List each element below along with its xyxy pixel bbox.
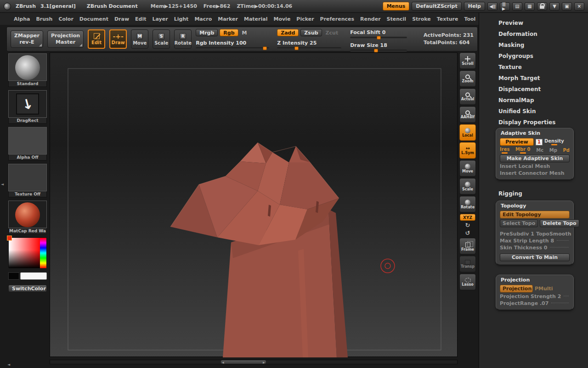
rgb-intensity-slider[interactable]: Rgb Intensity 100 bbox=[196, 38, 269, 49]
palette-section-unified-skin[interactable]: Unified Skin bbox=[498, 106, 586, 117]
menu-stroke[interactable]: Stroke bbox=[412, 16, 431, 22]
z-intensity-thumb[interactable] bbox=[294, 46, 299, 50]
xyz-constraint-button[interactable]: XYZ bbox=[460, 214, 475, 221]
rotate-ccw-icon[interactable]: ↺ bbox=[465, 230, 470, 236]
move-mode-button[interactable]: M Move bbox=[131, 29, 148, 49]
palette-section-preview[interactable]: Preview bbox=[498, 17, 586, 29]
menu-tool[interactable]: Tool bbox=[464, 16, 475, 22]
lasso-button[interactable]: Lasso bbox=[459, 274, 476, 290]
menu-texture[interactable]: Texture bbox=[437, 16, 458, 22]
zoom-tool-button[interactable]: Zoom bbox=[459, 70, 476, 87]
spin-right-control[interactable]: |||▶ bbox=[500, 2, 510, 11]
zcut-button[interactable]: Zcut bbox=[324, 30, 340, 36]
switch-color-button[interactable]: SwitchColor bbox=[8, 285, 47, 292]
palette-section-displacement[interactable]: Displacement bbox=[498, 84, 586, 95]
palette-section-texture[interactable]: Texture bbox=[498, 62, 586, 73]
secondary-color-swatch[interactable] bbox=[8, 272, 19, 280]
draw-mode-button[interactable]: -+- Draw bbox=[109, 29, 127, 49]
rotate-gyro-button[interactable]: Rotate bbox=[459, 196, 476, 213]
actual-size-button[interactable]: Actual bbox=[459, 88, 476, 105]
lock-button[interactable] bbox=[537, 2, 547, 11]
lsym-button[interactable]: ↔ L.Sym bbox=[459, 142, 476, 159]
zsub-button[interactable]: Zsub bbox=[300, 29, 322, 36]
ires-slider[interactable]: Ires bbox=[500, 147, 509, 154]
scroll-right-icon[interactable]: ▶ bbox=[263, 361, 265, 364]
menu-render[interactable]: Render bbox=[360, 16, 381, 22]
move-gyro-button[interactable]: Move bbox=[459, 160, 476, 177]
brush-selector[interactable]: Standard bbox=[8, 53, 47, 87]
scroll-tool-button[interactable]: Scroll bbox=[459, 52, 476, 69]
color-picker[interactable] bbox=[8, 237, 47, 268]
document-canvas[interactable] bbox=[50, 52, 458, 357]
mbr-slider-thumb[interactable] bbox=[520, 152, 526, 154]
menu-draw[interactable]: Draw bbox=[114, 16, 129, 22]
select-topo-button[interactable]: Select Topo bbox=[500, 219, 538, 227]
pmulti-toggle[interactable]: PMulti bbox=[535, 286, 553, 292]
density-slider-thumb[interactable] bbox=[551, 144, 557, 145]
palette-section-display-properties[interactable]: Display Properties bbox=[498, 117, 586, 128]
scroll-left-icon[interactable]: ◀ bbox=[222, 361, 224, 364]
insert-local-mesh-button[interactable]: Insert Local Mesh bbox=[500, 163, 550, 169]
skin-thickness-slider[interactable]: Skin Thickness 0 bbox=[500, 245, 547, 251]
focal-shift-slider[interactable]: Focal Shift 0 bbox=[350, 27, 407, 39]
m-button[interactable]: M bbox=[240, 30, 249, 36]
bottom-tray-handle-icon[interactable]: ◄ bbox=[7, 362, 10, 367]
draw-size-slider[interactable]: Draw Size 18 bbox=[350, 40, 407, 52]
main-color-swatch[interactable] bbox=[20, 272, 47, 280]
projection-master-button[interactable]: Projection Master bbox=[47, 30, 84, 48]
draw-size-thumb[interactable] bbox=[374, 49, 378, 52]
layout-b-button[interactable]: ▦ bbox=[525, 2, 535, 11]
stroke-selector[interactable]: ↓ DragRect bbox=[8, 90, 47, 124]
mrgb-button[interactable]: Mrgb bbox=[196, 29, 218, 36]
menu-edit[interactable]: Edit bbox=[135, 16, 146, 22]
transp-button[interactable]: Transp bbox=[459, 256, 476, 272]
density-slider[interactable]: Density bbox=[544, 138, 564, 145]
mc-toggle[interactable]: Mc bbox=[536, 148, 543, 153]
focal-shift-thumb[interactable] bbox=[377, 36, 381, 40]
spin-left-control[interactable]: ◀||| bbox=[487, 2, 498, 11]
rotate-cw-icon[interactable]: ↻ bbox=[465, 222, 470, 229]
aahalf-button[interactable]: AAHalf bbox=[459, 106, 476, 123]
delete-topo-button[interactable]: Delete Topo bbox=[540, 219, 579, 227]
frame-button[interactable]: Frame bbox=[459, 238, 476, 254]
menu-layer[interactable]: Layer bbox=[152, 16, 168, 22]
rotate-mode-button[interactable]: R Rotate bbox=[174, 29, 192, 49]
edit-mode-button[interactable]: Edit bbox=[88, 29, 105, 49]
rgb-button[interactable]: Rgb bbox=[220, 29, 238, 36]
menu-movie[interactable]: Movie bbox=[273, 16, 290, 22]
menu-color[interactable]: Color bbox=[58, 16, 73, 22]
max-strip-length-slider[interactable]: Max Strip Length 8 bbox=[500, 238, 554, 244]
alpha-selector[interactable]: Alpha Off bbox=[8, 127, 47, 161]
projection-strength-slider[interactable]: Projection Strength 2 bbox=[500, 293, 561, 299]
edit-topology-button[interactable]: Edit Topology bbox=[500, 211, 570, 218]
canvas-hscrollbar[interactable]: ◀ ▶ bbox=[50, 360, 458, 364]
saturation-value-area[interactable] bbox=[9, 238, 41, 268]
ires-slider-thumb[interactable] bbox=[502, 152, 508, 154]
scale-mode-button[interactable]: S Scale bbox=[153, 29, 170, 49]
scale-gyro-button[interactable]: Scale bbox=[459, 178, 476, 195]
rigging-section[interactable]: Rigging bbox=[498, 190, 522, 197]
palette-section-polygroups[interactable]: Polygroups bbox=[498, 51, 586, 62]
menu-preferences[interactable]: Preferences bbox=[320, 16, 354, 22]
projection-toggle-button[interactable]: Projection bbox=[500, 285, 533, 293]
zadd-button[interactable]: Zadd bbox=[277, 29, 299, 36]
convert-to-main-button[interactable]: Convert To Main bbox=[500, 253, 570, 261]
menu-stencil[interactable]: Stencil bbox=[387, 16, 407, 22]
rgb-intensity-thumb[interactable] bbox=[263, 46, 267, 50]
menu-document[interactable]: Document bbox=[79, 16, 108, 22]
help-button[interactable]: Help bbox=[464, 2, 485, 11]
presubdiv-slider[interactable]: PreSubdiv 1 bbox=[500, 231, 534, 237]
z-intensity-slider[interactable]: Z Intensity 25 bbox=[277, 38, 341, 49]
menus-button[interactable]: Menus bbox=[383, 2, 410, 11]
menu-picker[interactable]: Picker bbox=[296, 16, 314, 22]
pd-toggle[interactable]: Pd bbox=[563, 148, 570, 153]
left-tray-handle-icon[interactable]: ◄ bbox=[1, 182, 4, 186]
menu-light[interactable]: Light bbox=[174, 16, 189, 22]
insert-connector-mesh-button[interactable]: Insert Connector Mesh bbox=[500, 170, 565, 176]
palette-section-deformation[interactable]: Deformation bbox=[498, 29, 586, 40]
menu-marker[interactable]: Marker bbox=[218, 16, 238, 22]
minimize-button[interactable]: ▼ bbox=[549, 2, 560, 11]
mp-toggle[interactable]: Mp bbox=[549, 148, 557, 153]
menu-material[interactable]: Material bbox=[244, 16, 267, 22]
palette-section-normalmap[interactable]: NormalMap bbox=[498, 95, 586, 106]
